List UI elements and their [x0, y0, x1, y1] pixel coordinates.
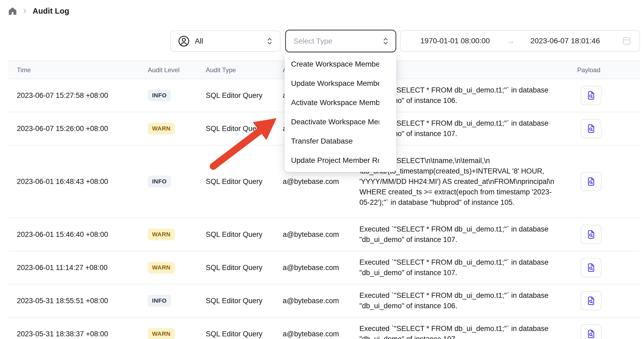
file-search-icon	[586, 176, 596, 187]
breadcrumb: Audit Log	[8, 6, 69, 16]
column-header-audit-level: Audit Level	[148, 66, 206, 74]
type-dropdown-item[interactable]: Update Workspace Member	[285, 74, 396, 93]
payload-cell	[570, 324, 640, 339]
audit-time: 2023-06-07 15:26:00 +08:00	[8, 125, 148, 133]
payload-cell	[570, 258, 640, 277]
file-search-icon	[586, 229, 596, 240]
audit-level-cell: INFO	[148, 176, 206, 187]
table-row: 2023-05-31 18:55:51 +08:00 INFO SQL Edit…	[8, 284, 640, 318]
audit-comment: Executed `"SELECT * FROM db_ui_demo.t1;"…	[359, 284, 570, 317]
audit-type: SQL Editor Query	[206, 297, 283, 305]
file-search-icon	[586, 123, 596, 134]
audit-level-badge: WARN	[148, 229, 175, 240]
actor-filter-value: All	[195, 37, 203, 45]
calendar-icon	[621, 36, 632, 46]
range-arrow-icon: →	[507, 36, 515, 45]
payload-view-button[interactable]	[581, 172, 602, 191]
audit-actor: a@bytebase.com	[283, 178, 359, 186]
audit-actor: a@bytebase.com	[283, 297, 359, 305]
audit-comment: Executed `"SELECT * FROM db_ui_demo.t1;"…	[359, 318, 570, 339]
audit-type: SQL Editor Query	[206, 178, 283, 186]
payload-cell	[570, 225, 640, 244]
type-dropdown-item[interactable]: Transfer Database	[285, 132, 396, 151]
audit-type: SQL Editor Query	[206, 330, 283, 338]
column-header-audit-type: Audit Type	[206, 66, 283, 74]
payload-view-button[interactable]	[581, 291, 602, 310]
audit-level-cell: WARN	[148, 123, 206, 134]
audit-time: 2023-06-01 11:14:27 +08:00	[8, 264, 148, 272]
table-row: 2023-05-31 18:38:37 +08:00 WARN SQL Edit…	[8, 318, 640, 339]
column-header-time: Time	[8, 66, 148, 74]
audit-actor: a@bytebase.com	[283, 264, 359, 272]
file-search-icon	[586, 295, 596, 306]
audit-comment: Executed `"SELECT * FROM db_ui_demo.t1;"…	[359, 218, 570, 251]
type-filter-select[interactable]: Select Type	[285, 30, 396, 52]
audit-time: 2023-06-01 16:48:43 +08:00	[8, 178, 148, 186]
column-header-payload: Payload	[570, 66, 640, 74]
type-dropdown-item[interactable]: Activate Workspace Member	[285, 93, 396, 112]
audit-type: SQL Editor Query	[206, 125, 283, 133]
type-dropdown-item[interactable]: Create Workspace Member	[285, 55, 396, 74]
audit-time: 2023-06-07 15:27:58 +08:00	[8, 91, 148, 100]
audit-level-badge: INFO	[148, 90, 171, 101]
audit-level-badge: INFO	[148, 176, 171, 187]
audit-time: 2023-05-31 18:55:51 +08:00	[8, 297, 148, 305]
audit-level-badge: WARN	[148, 328, 175, 339]
home-icon[interactable]	[8, 6, 17, 16]
audit-type: SQL Editor Query	[206, 91, 283, 100]
chevron-right-icon	[22, 8, 28, 14]
chevron-up-down-icon	[266, 36, 274, 46]
payload-view-button[interactable]	[581, 258, 602, 277]
date-range-to: 2023-06-07 18:01:46	[530, 37, 600, 45]
table-row: 2023-06-01 15:46:40 +08:00 WARN SQL Edit…	[8, 218, 640, 251]
audit-level-cell: INFO	[148, 295, 206, 307]
payload-cell	[570, 291, 640, 310]
type-filter-placeholder: Select Type	[293, 37, 332, 45]
audit-time: 2023-06-01 15:46:40 +08:00	[8, 230, 148, 239]
audit-level-badge: INFO	[148, 295, 171, 307]
user-circle-icon	[178, 35, 190, 47]
actor-filter-select[interactable]: All	[170, 30, 281, 52]
audit-actor: a@bytebase.com	[283, 230, 359, 239]
audit-level-cell: WARN	[148, 229, 206, 240]
chevron-up-down-icon	[382, 36, 390, 46]
audit-level-badge: WARN	[148, 123, 175, 134]
page-title: Audit Log	[33, 7, 69, 16]
type-dropdown-item[interactable]: Deactivate Workspace Member	[285, 112, 396, 132]
audit-comment: Executed `"SELECT * FROM db_ui_demo.t1;"…	[359, 251, 570, 284]
audit-level-badge: WARN	[148, 262, 175, 273]
file-search-icon	[586, 90, 596, 101]
payload-view-button[interactable]	[581, 119, 602, 138]
type-dropdown-item[interactable]: Update Project Member Role	[285, 151, 396, 170]
payload-view-button[interactable]	[581, 225, 602, 244]
audit-level-cell: INFO	[148, 90, 206, 101]
audit-type: SQL Editor Query	[206, 264, 283, 272]
file-search-icon	[586, 328, 596, 339]
date-range-picker[interactable]: 1970-01-01 08:00:00 → 2023-06-07 18:01:4…	[400, 30, 640, 52]
audit-level-cell: WARN	[148, 262, 206, 273]
audit-level-cell: WARN	[148, 328, 206, 339]
type-dropdown-menu: Create Workspace MemberUpdate Workspace …	[285, 53, 396, 172]
payload-view-button[interactable]	[581, 86, 602, 105]
payload-view-button[interactable]	[581, 324, 602, 339]
audit-time: 2023-05-31 18:38:37 +08:00	[8, 330, 148, 338]
payload-cell	[570, 119, 640, 138]
audit-type: SQL Editor Query	[206, 230, 283, 239]
date-range-from: 1970-01-01 08:00:00	[420, 37, 490, 45]
payload-cell	[570, 86, 640, 105]
file-search-icon	[586, 262, 596, 273]
table-row: 2023-06-01 11:14:27 +08:00 WARN SQL Edit…	[8, 251, 640, 284]
audit-actor: a@bytebase.com	[283, 330, 359, 338]
payload-cell	[570, 172, 640, 191]
